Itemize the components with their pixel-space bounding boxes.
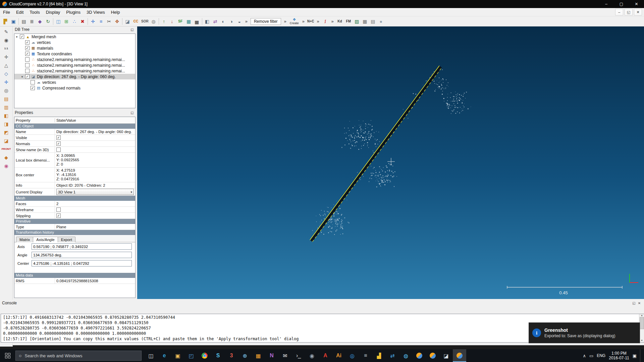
fit-plane-icon[interactable]: ◧: [203, 17, 211, 25]
zoom-1-1-button[interactable]: 1:1: [1, 44, 12, 53]
property-checkbox[interactable]: [56, 147, 61, 152]
visibility-checkbox[interactable]: [25, 69, 30, 73]
greenshot-notification[interactable]: i Greenshot Exported to: Save as (displa…: [529, 322, 640, 343]
3d-viewport[interactable]: 0.45: [137, 26, 644, 299]
menu-3d-views[interactable]: 3D Views: [84, 8, 108, 16]
plugin-pcv-icon[interactable]: ◑: [227, 17, 235, 25]
scrollbar-thumb[interactable]: [640, 317, 644, 329]
tree-item[interactable]: ✓▤Compressed normals: [14, 85, 135, 91]
float-panel-icon[interactable]: ◱: [631, 301, 637, 305]
tree-item[interactable]: ✓▦Texture coordinates: [14, 51, 135, 57]
search-input[interactable]: [24, 353, 138, 359]
center-input[interactable]: [32, 260, 132, 266]
plugin-m3c2-icon[interactable]: ◒: [235, 17, 244, 25]
float-panel-icon[interactable]: ◱: [129, 27, 135, 32]
visibility-checkbox[interactable]: ✓: [25, 40, 30, 45]
clock[interactable]: 1:00 PM 2016-07-11: [609, 351, 629, 360]
remove-filter-button[interactable]: Remove filter: [251, 18, 281, 25]
expand-arrow-icon[interactable]: ▾: [20, 75, 24, 78]
plugin-facets-icon[interactable]: ▨: [353, 17, 361, 25]
render-screenshot-button[interactable]: ◉: [1, 36, 12, 44]
delete-icon[interactable]: ✖: [78, 17, 87, 25]
language-indicator[interactable]: ENG: [597, 353, 605, 358]
command-prompt-icon[interactable]: ›_: [292, 349, 305, 362]
visibility-checkbox[interactable]: [25, 57, 30, 62]
sor-filter-icon[interactable]: SOR: [140, 17, 150, 25]
cross-section-icon[interactable]: ◪: [123, 17, 131, 25]
save-icon[interactable]: ▣: [9, 17, 17, 25]
clipping-box-icon[interactable]: CC: [131, 17, 140, 25]
3d-view[interactable]: 0.45: [137, 26, 644, 299]
register-icon[interactable]: ⇄: [211, 17, 219, 25]
visibility-checkbox[interactable]: ✓: [25, 52, 30, 56]
primitive-factory-icon[interactable]: ◆: [36, 17, 44, 25]
angle-input[interactable]: [32, 252, 132, 258]
pivot-visibility-button[interactable]: △: [1, 61, 12, 69]
menu-tools[interactable]: Tools: [26, 8, 43, 16]
tree-item[interactable]: ☁vertices: [14, 79, 135, 85]
view-iso2-button[interactable]: ◪: [1, 136, 12, 145]
scroll-up-icon[interactable]: ▲: [641, 314, 643, 316]
properties-toggle-icon[interactable]: ≣: [28, 17, 36, 25]
toolbar-overflow-icon[interactable]: »: [330, 19, 335, 24]
scroll-down-icon[interactable]: ▼: [641, 339, 643, 342]
tab-matrix[interactable]: Matrix: [16, 237, 33, 242]
windows-store-icon[interactable]: ◰: [184, 349, 198, 362]
view-iso1-button[interactable]: ◩: [1, 128, 12, 136]
task-view-icon[interactable]: ◫: [144, 349, 158, 362]
edge-browser-icon[interactable]: e: [158, 349, 171, 362]
close-button[interactable]: ✕: [629, 0, 644, 8]
search-tool-icon[interactable]: ◎: [345, 349, 359, 362]
center-on-selection-button[interactable]: ✛: [1, 78, 12, 86]
scalar-field-icon[interactable]: SF: [176, 17, 185, 25]
view-left-button[interactable]: ◧: [1, 111, 12, 120]
menu-file[interactable]: File: [0, 8, 13, 16]
tree-item[interactable]: ∴stazione2.remaining.remaining.remaining…: [14, 62, 135, 68]
console-toggle-icon[interactable]: ▤: [20, 17, 28, 25]
acrobat-reader-icon[interactable]: A: [319, 349, 332, 362]
render-effects-icon[interactable]: ▤: [369, 17, 377, 25]
noise-filter-icon[interactable]: ◍: [150, 17, 158, 25]
plugin-hpr-icon[interactable]: ◐: [219, 17, 227, 25]
close-panel-icon[interactable]: ✕: [637, 301, 642, 305]
point-list-picking-icon[interactable]: ≡: [97, 17, 105, 25]
analytics-app-icon[interactable]: ▟: [372, 349, 386, 362]
segment-icon[interactable]: ✂: [105, 17, 113, 25]
open-icon[interactable]: ▛: [1, 17, 9, 25]
cloudcompare-1-icon[interactable]: [413, 349, 426, 362]
visibility-checkbox[interactable]: [25, 63, 30, 67]
tree-item[interactable]: ∴stazione2.remaining.remaining.remaining…: [14, 57, 135, 62]
global-zoom-button[interactable]: ✛: [1, 53, 12, 61]
axis-input[interactable]: [32, 243, 132, 250]
canupo-create-button[interactable]: ❖Create: [288, 18, 301, 25]
notepad-icon[interactable]: ≡: [359, 349, 372, 362]
image-viewer-icon[interactable]: ◪: [439, 349, 453, 362]
tree-item[interactable]: ∴stazione2.remaining.remaining.remaining…: [14, 68, 135, 74]
minimize-button[interactable]: –: [599, 0, 614, 8]
chrome-browser-icon[interactable]: [198, 349, 211, 362]
teamviewer-icon[interactable]: ⇄: [386, 349, 399, 362]
view-top-button[interactable]: ▤: [1, 95, 12, 103]
device-icon[interactable]: ▭: [589, 353, 593, 358]
menu-edit[interactable]: Edit: [13, 8, 26, 16]
steam-icon[interactable]: ◉: [305, 349, 319, 362]
translate-rotate-icon[interactable]: ✥: [113, 17, 121, 25]
cloudcompare-2-icon[interactable]: [426, 349, 439, 362]
taskbar-search[interactable]: ○: [15, 351, 142, 361]
float-panel-icon[interactable]: ◱: [129, 110, 135, 115]
tree-item[interactable]: ▾✓▲Merged mesh: [14, 34, 135, 40]
menu-plugins[interactable]: Plugins: [63, 8, 84, 16]
tree-item[interactable]: ▾✓◪Dip direction: 267 deg. - Dip angle: …: [14, 74, 135, 79]
view-right-button[interactable]: ◨: [1, 120, 12, 128]
sphere-tool-icon[interactable]: ●: [377, 17, 385, 25]
menu-display[interactable]: Display: [43, 8, 63, 16]
menu-help[interactable]: Help: [108, 8, 123, 16]
point-picking-icon[interactable]: ✛: [89, 17, 97, 25]
tree-item[interactable]: ✓☁vertices: [14, 40, 135, 45]
merge-icon[interactable]: ⊞: [62, 17, 70, 25]
subsample-icon[interactable]: ∴: [70, 17, 78, 25]
visibility-checkbox[interactable]: [31, 80, 35, 84]
adobe-illustrator-icon[interactable]: Ai: [332, 349, 345, 362]
clone-icon[interactable]: ◫: [54, 17, 62, 25]
tree-item[interactable]: ✓▦materials: [14, 45, 135, 51]
